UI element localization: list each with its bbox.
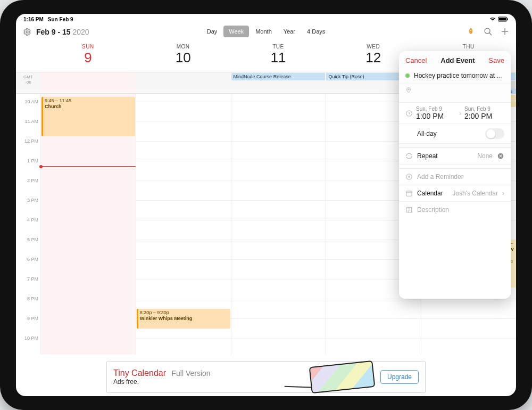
chevron-right-icon: › (502, 190, 504, 197)
event-winkler[interactable]: 8:30p – 9:30p Winkler Whips Meeting (137, 309, 230, 329)
add-icon[interactable] (500, 27, 510, 36)
timezone-label: GMT -06 (16, 72, 40, 93)
repeat-row[interactable]: Repeat None (399, 147, 511, 164)
event-church[interactable]: 9:45 – 11:45 Church (41, 97, 135, 136)
ad-line2: Ads free. (113, 378, 211, 386)
ad-illustration (309, 360, 376, 393)
svg-rect-15 (406, 191, 412, 196)
svg-rect-2 (508, 19, 509, 20)
time-row[interactable]: Sun, Feb 9 1:00 PM › Sun, Feb 9 2:00 PM (399, 103, 511, 124)
ad-title: Tiny Calendar (113, 368, 166, 378)
plus-circle-icon (405, 173, 413, 181)
time-gutter: 10 AM 11 AM 12 PM 1 PM 2 PM 3 PM 4 PM 5 … (16, 94, 40, 355)
day-tue[interactable]: TUE 11 (231, 40, 326, 72)
chevron-right-icon: › (459, 110, 461, 117)
col-tue[interactable] (231, 94, 326, 355)
calendar-row[interactable]: Calendar Josh's Calendar › (399, 185, 511, 201)
description-row[interactable]: Description (399, 201, 511, 299)
popover-title: Add Event (440, 56, 475, 64)
day-mon[interactable]: MON 10 (136, 40, 231, 72)
allday-toggle[interactable] (485, 128, 504, 139)
svg-point-3 (26, 31, 28, 33)
status-bar: 1:16 PM Sun Feb 9 (16, 14, 516, 23)
end-time[interactable]: Sun, Feb 9 2:00 PM (464, 106, 504, 120)
view-week[interactable]: Week (223, 26, 249, 37)
ad-subtitle: Full Version (171, 369, 210, 378)
view-month[interactable]: Month (250, 26, 277, 37)
allday-row[interactable]: All-day (399, 124, 511, 143)
svg-line-6 (489, 32, 491, 35)
start-time[interactable]: Sun, Feb 9 1:00 PM (416, 106, 456, 120)
add-event-popover: Cancel Add Event Save Hockey practice to… (399, 51, 511, 299)
battery-icon (498, 17, 509, 22)
ipad-frame: 1:16 PM Sun Feb 9 Feb 9 - 15 2020 Day We… (0, 0, 532, 410)
date-range[interactable]: Feb 9 - 15 2020 (36, 28, 89, 36)
event-title-input[interactable]: Hockey practice tomorrow at 9:… (414, 72, 504, 79)
clock-icon (405, 110, 413, 117)
calendar-icon (405, 190, 413, 197)
screen: 1:16 PM Sun Feb 9 Feb 9 - 15 2020 Day We… (16, 14, 516, 396)
svg-point-9 (408, 89, 410, 91)
upgrade-button[interactable]: Upgrade (380, 370, 419, 384)
status-date: Sun Feb 9 (48, 17, 73, 22)
view-year[interactable]: Year (278, 26, 301, 37)
status-time: 1:16 PM (23, 17, 44, 22)
svg-point-5 (485, 28, 490, 34)
cancel-button[interactable]: Cancel (405, 56, 427, 64)
allday-event[interactable]: MindNode Course Release (231, 73, 326, 80)
search-icon[interactable] (483, 27, 493, 36)
view-day[interactable]: Day (202, 26, 223, 37)
svg-rect-1 (499, 18, 506, 21)
description-icon (405, 206, 413, 214)
clear-icon[interactable] (497, 152, 504, 160)
view-4days[interactable]: 4 Days (302, 26, 330, 37)
upgrade-banner: Tiny Calendar Full Version Ads free. Upg… (106, 361, 426, 393)
wifi-icon (489, 17, 496, 22)
repeat-icon (405, 152, 413, 160)
save-button[interactable]: Save (488, 56, 504, 64)
calendar-color-dot (405, 73, 410, 78)
svg-point-4 (470, 30, 471, 31)
status-icons (489, 17, 509, 22)
col-sun[interactable]: 9:45 – 11:45 Church (40, 94, 136, 355)
now-indicator (41, 166, 136, 167)
location-row[interactable] (399, 84, 511, 99)
col-mon[interactable]: 8:30p – 9:30p Winkler Whips Meeting (136, 94, 231, 355)
location-icon (405, 86, 412, 94)
reminder-row[interactable]: Add a Reminder (399, 168, 511, 185)
event-title-row[interactable]: Hockey practice tomorrow at 9:… (399, 68, 511, 84)
gear-icon[interactable] (22, 27, 32, 37)
rocket-icon[interactable] (466, 27, 476, 36)
day-sun[interactable]: SUN 9 (40, 40, 136, 72)
